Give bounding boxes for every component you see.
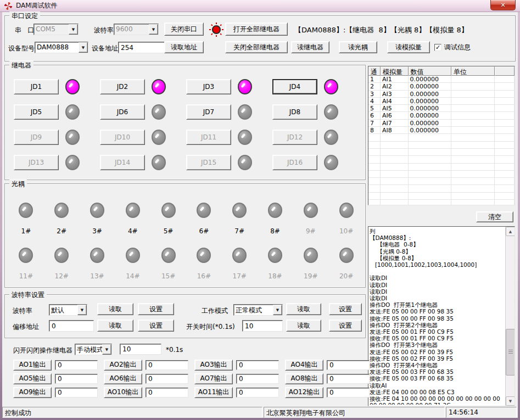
ao-button-ao8[interactable]: AO8输出 xyxy=(285,373,323,384)
ao-button-ao6[interactable]: AO6输出 xyxy=(104,373,142,384)
open-all-relays-button[interactable]: 打开全部继电器 xyxy=(225,23,288,36)
ao-input-ao4[interactable] xyxy=(327,360,370,370)
close-serial-button[interactable]: 关闭串口 xyxy=(164,23,204,36)
table-row[interactable] xyxy=(368,178,515,185)
ao-input-ao7[interactable] xyxy=(236,374,279,384)
ao-button-ao5[interactable]: AO5输出 xyxy=(13,373,52,384)
flash-mode-arrow[interactable]: ▼ xyxy=(102,344,111,355)
close-all-relays-button[interactable]: 关闭全部继电器 xyxy=(225,41,288,53)
table-header-cell[interactable] xyxy=(495,66,515,76)
table-row[interactable] xyxy=(368,171,515,178)
switch-time-read-button[interactable]: 读取 xyxy=(286,320,321,332)
relay-button-jd2[interactable]: JD2 xyxy=(100,79,145,94)
ao-input-ao5[interactable] xyxy=(55,374,98,384)
relay-button-jd1[interactable]: JD1 xyxy=(14,79,59,94)
device-address-input[interactable] xyxy=(118,42,165,53)
ao-button-ao11[interactable]: AO11输出 xyxy=(194,387,233,398)
table-row[interactable] xyxy=(368,164,515,171)
relay-button-jd9[interactable]: JD9 xyxy=(14,130,59,145)
relay-button-jd15[interactable]: JD15 xyxy=(186,155,231,170)
log-scrollbar[interactable]: ▲ ▼ xyxy=(505,227,515,406)
table-row[interactable] xyxy=(368,200,515,205)
ao-button-ao2[interactable]: AO2输出 xyxy=(104,360,142,371)
work-mode-set-button[interactable]: 设置 xyxy=(329,303,362,315)
analog-table[interactable]: 通模拟量数值单位 1AI10.0000002AI20.0000003AI30.0… xyxy=(368,66,515,205)
ao-input-ao9[interactable] xyxy=(55,388,98,397)
relay-button-jd16[interactable]: JD16 xyxy=(272,155,317,170)
table-row[interactable]: 5AI50.000000 xyxy=(368,105,515,112)
relay-button-jd4[interactable]: JD4 xyxy=(272,79,317,94)
baud-set-button[interactable]: 设置 xyxy=(138,303,174,315)
table-row[interactable]: 1AI10.000000 xyxy=(368,76,515,83)
relay-button-jd6[interactable]: JD6 xyxy=(100,104,145,120)
relay-button-jd3[interactable]: JD3 xyxy=(186,79,231,94)
offset-set-button[interactable]: 设置 xyxy=(138,320,174,332)
baud-select-arrow[interactable]: ▼ xyxy=(149,24,158,35)
table-row[interactable] xyxy=(368,156,515,163)
ao-input-ao3[interactable] xyxy=(236,360,279,370)
ao-button-ao3[interactable]: AO3输出 xyxy=(194,360,233,371)
relay-button-jd8[interactable]: JD8 xyxy=(272,104,317,120)
ao-button-ao10[interactable]: AO10输出 xyxy=(104,387,142,398)
work-mode-select[interactable]: 正常模式 ▼ xyxy=(233,304,283,316)
table-header-cell[interactable]: 通 xyxy=(368,66,381,76)
table-row[interactable]: 4AI40.000000 xyxy=(368,98,515,105)
table-row[interactable]: 2AI20.000000 xyxy=(368,83,515,90)
ao-input-ao11[interactable] xyxy=(236,388,279,397)
ao-input-ao6[interactable] xyxy=(146,374,188,384)
ao-input-ao12[interactable] xyxy=(327,388,370,397)
relay-button-jd12[interactable]: JD12 xyxy=(272,130,317,145)
table-row[interactable]: 6AI60.000000 xyxy=(368,112,515,119)
read-analog-button[interactable]: 读模拟量 xyxy=(387,41,430,53)
table-row[interactable] xyxy=(368,142,515,149)
ao-button-ao4[interactable]: AO4输出 xyxy=(285,360,323,371)
work-mode-read-button[interactable]: 读取 xyxy=(286,303,321,315)
read-relay-button[interactable]: 读继电器 xyxy=(291,41,329,53)
ao-button-ao12[interactable]: AO12输出 xyxy=(285,387,323,398)
table-row[interactable]: 7AI70.000000 xyxy=(368,120,515,127)
ao-button-ao1[interactable]: AO1输出 xyxy=(13,360,52,371)
ao-button-ao9[interactable]: AO9输出 xyxy=(13,387,52,398)
table-header-cell[interactable]: 数值 xyxy=(409,66,451,76)
checkbox-box[interactable]: ✓ xyxy=(434,44,441,51)
title-bar[interactable]: DAM调试软件 ✕ xyxy=(0,0,520,12)
baud-setting-arrow[interactable]: ▼ xyxy=(77,305,87,315)
relay-button-jd14[interactable]: JD14 xyxy=(100,155,145,170)
ao-input-ao8[interactable] xyxy=(327,374,370,384)
clear-log-button[interactable]: 清空 xyxy=(476,211,513,222)
relay-button-jd11[interactable]: JD11 xyxy=(186,130,231,145)
model-select-arrow[interactable]: ▼ xyxy=(79,42,88,53)
table-row[interactable]: 3AI30.000000 xyxy=(368,91,515,98)
table-header-cell[interactable]: 模拟量 xyxy=(381,66,409,76)
port-select-arrow[interactable]: ▼ xyxy=(69,24,78,35)
switch-time-set-button[interactable]: 设置 xyxy=(329,320,362,332)
ao-input-ao10[interactable] xyxy=(146,388,188,397)
close-button[interactable]: ✕ xyxy=(490,0,516,10)
ao-button-ao7[interactable]: AO7输出 xyxy=(194,373,233,384)
table-row[interactable]: 8AI80.000000 xyxy=(368,127,515,134)
debug-info-checkbox[interactable]: ✓ 调试信息 xyxy=(434,43,471,52)
relay-button-jd13[interactable]: JD13 xyxy=(14,155,59,170)
flash-mode-select[interactable]: 手动模式 ▼ xyxy=(75,344,112,355)
baud-read-button[interactable]: 读取 xyxy=(97,303,133,315)
model-select[interactable]: DAM0888 ▼ xyxy=(35,42,88,53)
relay-button-jd5[interactable]: JD5 xyxy=(14,104,59,120)
scrollbar-thumb[interactable] xyxy=(506,329,515,376)
table-row[interactable] xyxy=(368,149,515,156)
offset-read-button[interactable]: 读取 xyxy=(97,320,133,332)
table-row[interactable] xyxy=(368,193,515,200)
flash-time-input[interactable] xyxy=(120,344,161,355)
table-row[interactable] xyxy=(368,185,515,192)
relay-button-jd10[interactable]: JD10 xyxy=(100,130,145,145)
baud-setting-select[interactable]: 默认 ▼ xyxy=(49,304,87,316)
scroll-up-icon[interactable]: ▲ xyxy=(506,227,515,236)
read-address-button[interactable]: 读取地址 xyxy=(164,41,204,53)
baud-select[interactable]: 9600 ▼ xyxy=(114,24,159,35)
scroll-down-icon[interactable]: ▼ xyxy=(506,396,515,406)
work-mode-arrow[interactable]: ▼ xyxy=(273,305,282,315)
table-header-cell[interactable]: 单位 xyxy=(451,66,495,76)
table-row[interactable] xyxy=(368,134,515,141)
switch-time-input[interactable] xyxy=(242,320,283,332)
port-select[interactable]: COM5 ▼ xyxy=(33,24,79,35)
ao-input-ao2[interactable] xyxy=(146,360,188,370)
